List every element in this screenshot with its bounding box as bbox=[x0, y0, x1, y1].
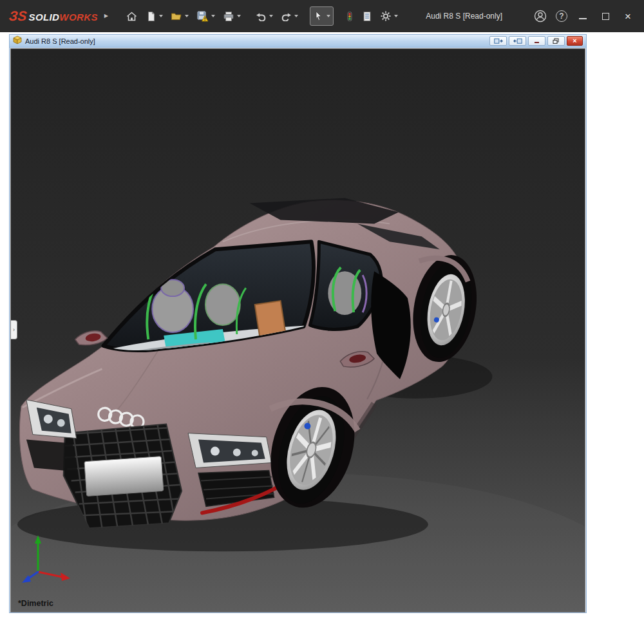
print-icon bbox=[223, 11, 234, 22]
logo-solid-text: SOLID bbox=[29, 12, 60, 23]
print-dropdown-icon[interactable] bbox=[237, 15, 241, 17]
account-button[interactable] bbox=[533, 9, 547, 23]
open-folder-icon bbox=[171, 11, 182, 21]
orientation-triad bbox=[16, 532, 74, 585]
file-properties-icon bbox=[362, 11, 372, 22]
open-dropdown-icon[interactable] bbox=[185, 15, 189, 17]
minimize-icon bbox=[579, 18, 587, 19]
workspace: Audi R8 S [Read-only] × bbox=[0, 32, 644, 644]
undo-icon bbox=[256, 11, 267, 21]
rebuild-button[interactable] bbox=[342, 6, 357, 26]
save-dropdown-icon[interactable] bbox=[211, 15, 215, 17]
new-document-dropdown-icon[interactable] bbox=[159, 15, 163, 17]
save-icon bbox=[196, 10, 209, 22]
close-button[interactable]: × bbox=[621, 9, 635, 23]
logo-works-text: WORKS bbox=[59, 12, 98, 23]
maximize-button[interactable] bbox=[598, 9, 612, 23]
solidworks-logo: ЗS SOLID WORKS bbox=[9, 8, 98, 24]
undo-button[interactable] bbox=[252, 6, 276, 26]
undo-dropdown-icon[interactable] bbox=[269, 15, 273, 17]
options-dropdown-icon[interactable] bbox=[394, 15, 398, 17]
toolbar-separator bbox=[303, 16, 308, 17]
home-button[interactable] bbox=[122, 6, 141, 26]
select-tool-button[interactable] bbox=[310, 6, 334, 26]
print-button[interactable] bbox=[220, 6, 244, 26]
home-icon bbox=[126, 11, 138, 22]
select-cursor-icon bbox=[313, 10, 324, 22]
toolbar-separator bbox=[335, 16, 341, 17]
car-model-render[interactable] bbox=[11, 49, 585, 612]
document-window-controls: × bbox=[489, 36, 583, 46]
next-window-button[interactable] bbox=[509, 36, 526, 46]
part-document-icon bbox=[13, 35, 22, 47]
view-orientation-label: *Dimetric bbox=[18, 599, 53, 608]
options-button[interactable] bbox=[377, 6, 401, 26]
new-document-button[interactable] bbox=[142, 6, 166, 26]
select-dropdown-icon[interactable] bbox=[327, 15, 330, 17]
document-titlebar[interactable]: Audi R8 S [Read-only] × bbox=[10, 35, 586, 48]
toolbar-flyout-arrow-icon[interactable]: ▶ bbox=[104, 14, 108, 19]
triad-x-axis bbox=[38, 572, 62, 577]
doc-restore-button[interactable] bbox=[547, 36, 565, 46]
new-document-icon bbox=[146, 11, 156, 22]
app-titlebar: ЗS SOLID WORKS ▶ bbox=[0, 0, 644, 32]
redo-dropdown-icon[interactable] bbox=[294, 15, 298, 17]
redo-button[interactable] bbox=[278, 6, 301, 26]
minimize-button[interactable] bbox=[576, 9, 590, 23]
toolbar-separator bbox=[245, 16, 251, 17]
save-button[interactable] bbox=[193, 6, 218, 26]
options-gear-icon bbox=[380, 10, 392, 22]
doc-close-button[interactable]: × bbox=[567, 36, 583, 46]
help-icon[interactable]: ? bbox=[556, 10, 567, 22]
dassault-3ds-mark: ЗS bbox=[8, 8, 28, 24]
redo-icon bbox=[281, 11, 292, 21]
file-properties-button[interactable] bbox=[359, 6, 375, 26]
open-button[interactable] bbox=[167, 6, 192, 26]
app-title: Audi R8 S [Read-only] bbox=[426, 12, 502, 21]
document-title: Audi R8 S [Read-only] bbox=[25, 37, 95, 45]
viewport-3d[interactable]: *Dimetric › bbox=[10, 48, 585, 612]
app-window-controls: ? × bbox=[533, 9, 638, 23]
doc-minimize-button[interactable] bbox=[528, 36, 545, 46]
quick-access-toolbar bbox=[122, 6, 401, 26]
maximize-icon bbox=[602, 13, 609, 20]
previous-window-button[interactable] bbox=[489, 36, 507, 46]
document-window: Audi R8 S [Read-only] × bbox=[9, 34, 587, 613]
rebuild-traffic-light-icon bbox=[345, 11, 354, 22]
featuremanager-flyout-tab[interactable]: › bbox=[11, 320, 17, 339]
